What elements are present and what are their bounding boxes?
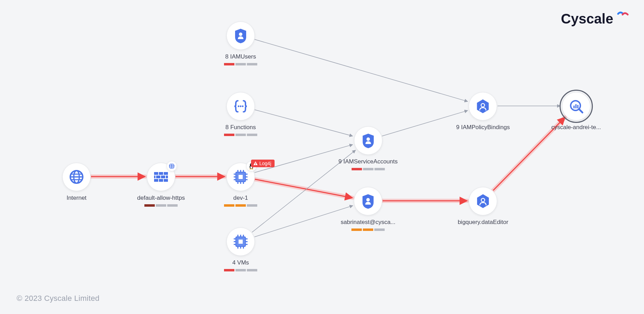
policy-icon[interactable] [469,187,497,215]
node-label: dev-1 [233,195,248,201]
firewall-icon[interactable] [147,163,175,191]
node-sabrinatest[interactable]: sabrinatest@cysca... [341,187,395,231]
node-label: Internet [66,195,87,201]
node-svcaccounts[interactable]: 9 IAMServiceAccounts [338,126,397,170]
brand-logo: Cyscale [561,10,630,29]
risk-indicator [351,168,385,170]
edge-normal [254,145,352,173]
node-label: 4 VMs [232,259,249,266]
edge-threat [255,179,352,198]
node-vms[interactable]: 4 VMs [224,227,257,271]
node-functions[interactable]: 8 Functions [224,92,257,136]
brand-text: Cyscale [561,11,613,26]
graph-canvas[interactable]: Internetdefault-allow-httpsLog4jdev-18 I… [0,0,644,314]
edge-normal [254,206,353,237]
shield-user-icon[interactable] [354,187,382,215]
risk-indicator [224,134,257,136]
node-firewall[interactable]: default-allow-https [137,163,185,207]
node-dev1[interactable]: Log4jdev-1 [224,163,257,207]
shield-user-icon[interactable] [354,126,382,155]
node-label: sabrinatest@cysca... [341,219,395,226]
risk-indicator [144,204,178,207]
edge-normal [255,110,353,136]
tag-label: Log4j [259,161,271,166]
policy-icon[interactable] [469,92,497,120]
chip-icon[interactable]: Log4j [226,163,255,191]
node-internet[interactable]: Internet [62,163,91,201]
node-label: 8 IAMUsers [225,53,256,60]
edges-layer [0,0,644,314]
node-label: 9 IAMPolicyBindings [456,124,510,131]
vulnerability-tag[interactable]: Log4j [251,160,275,167]
risk-indicator [224,204,257,207]
analytics-icon[interactable] [562,92,590,120]
node-target[interactable]: cyscale-andrei-te... [551,92,601,131]
shield-user-icon[interactable] [226,21,255,50]
copyright-footer: © 2023 Cyscale Limited [17,294,99,303]
node-label: cyscale-andrei-te... [551,124,601,131]
globe-small-icon [167,161,177,171]
risk-indicator [351,228,385,231]
globe-icon[interactable] [62,163,91,191]
edge-normal [254,39,468,101]
node-label: 8 Functions [225,124,256,131]
node-label: default-allow-https [137,195,185,201]
chip-icon[interactable] [226,227,255,256]
function-icon[interactable] [226,92,255,120]
node-label: bigquery.dataEditor [458,219,508,226]
node-iamusers[interactable]: 8 IAMUsers [224,21,257,65]
node-label: 9 IAMServiceAccounts [338,158,397,165]
risk-indicator [224,63,257,65]
risk-indicator [224,269,257,271]
selection-ring [560,90,593,123]
edge-threat-halo [255,179,352,198]
node-dataeditor[interactable]: bigquery.dataEditor [458,187,508,226]
node-policybindings[interactable]: 9 IAMPolicyBindings [456,92,510,131]
